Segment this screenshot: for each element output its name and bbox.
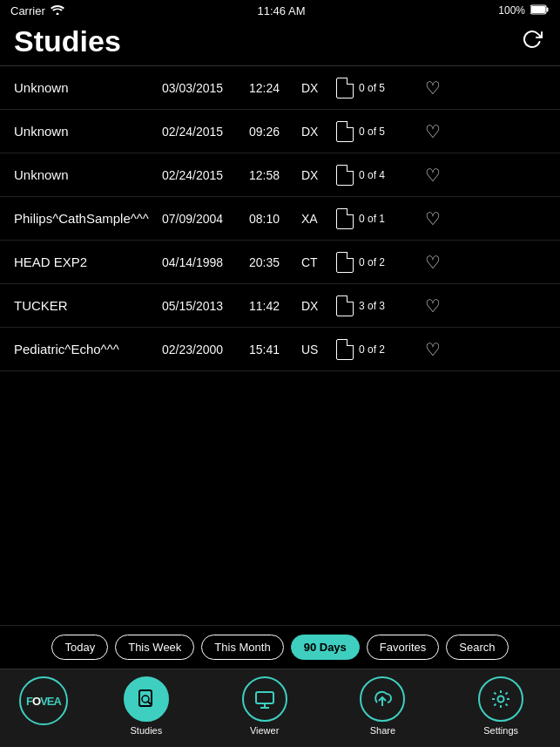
table-row[interactable]: Philips^CathSample^^^ 07/09/2004 08:10 X… (0, 197, 560, 241)
file-count: 0 of 1 (359, 213, 385, 225)
study-time: 11:42 (249, 299, 301, 313)
svg-line-6 (148, 702, 151, 704)
study-type: DX (301, 81, 336, 95)
study-type: US (301, 343, 336, 357)
study-name: TUCKER (14, 298, 162, 313)
study-date: 03/03/2015 (162, 81, 249, 95)
svg-point-5 (142, 696, 149, 703)
file-icon (336, 295, 354, 316)
file-icon (336, 165, 354, 186)
svg-rect-3 (531, 6, 545, 13)
svg-rect-2 (547, 7, 549, 11)
tab-bar: FOVEA Studies Viewer Share Settings (0, 669, 560, 747)
study-time: 12:58 (249, 168, 301, 182)
study-name: Unknown (14, 80, 162, 95)
filter-bar: TodayThis WeekThis Month90 DaysFavorites… (0, 625, 560, 669)
study-type: CT (301, 255, 336, 269)
battery-icon (530, 4, 550, 17)
favorite-col[interactable]: ♡ (415, 121, 441, 142)
tab-item-share[interactable]: Share (324, 676, 442, 736)
tab-item-viewer[interactable]: Viewer (206, 676, 324, 736)
favorite-col[interactable]: ♡ (415, 208, 441, 229)
file-count: 3 of 3 (359, 300, 385, 312)
study-name: Unknown (14, 124, 162, 139)
study-date: 02/24/2015 (162, 168, 249, 182)
study-type: DX (301, 125, 336, 139)
study-time: 15:41 (249, 343, 301, 357)
study-name: HEAD EXP2 (14, 255, 162, 269)
study-name: Unknown (14, 167, 162, 182)
tab-icon-share (360, 676, 405, 722)
study-files: 0 of 1 (336, 208, 415, 229)
time-label: 11:46 AM (258, 4, 306, 17)
svg-point-10 (498, 696, 504, 703)
tab-icon-settings (478, 676, 523, 722)
filter-btn-90-days[interactable]: 90 Days (291, 635, 360, 660)
battery-label: 100% (498, 4, 525, 17)
heart-icon[interactable]: ♡ (425, 208, 441, 229)
file-count: 0 of 2 (359, 343, 385, 356)
favorite-col[interactable]: ♡ (415, 78, 441, 98)
favorite-col[interactable]: ♡ (415, 339, 441, 360)
filter-btn-this-month[interactable]: This Month (201, 635, 283, 660)
tab-item-studies[interactable]: Studies (87, 676, 206, 736)
table-row[interactable]: Pediatric^Echo^^^ 02/23/2000 15:41 US 0 … (0, 328, 560, 371)
file-count: 0 of 4 (359, 169, 385, 181)
favorite-col[interactable]: ♡ (415, 165, 441, 186)
study-files: 0 of 5 (336, 121, 415, 142)
filter-btn-favorites[interactable]: Favorites (367, 635, 439, 660)
study-date: 02/23/2000 (162, 343, 249, 357)
file-icon (336, 252, 354, 273)
heart-icon[interactable]: ♡ (425, 295, 441, 316)
study-date: 04/14/1998 (162, 255, 249, 269)
study-files: 0 of 2 (336, 339, 415, 360)
tab-item-settings[interactable]: Settings (442, 676, 560, 736)
header: Studies (0, 21, 560, 65)
carrier-label: Carrier (10, 4, 45, 17)
svg-point-0 (56, 12, 58, 15)
filter-btn-search[interactable]: Search (446, 635, 508, 660)
study-files: 0 of 2 (336, 252, 415, 273)
table-row[interactable]: Unknown 02/24/2015 09:26 DX 0 of 5 ♡ (0, 110, 560, 153)
file-icon (336, 121, 354, 142)
file-count: 0 of 2 (359, 256, 385, 268)
tab-label-viewer: Viewer (250, 725, 279, 736)
logo-area: FOVEA (0, 676, 87, 725)
heart-icon[interactable]: ♡ (425, 165, 441, 186)
refresh-button[interactable] (518, 25, 546, 58)
table-row[interactable]: Unknown 02/24/2015 12:58 DX 0 of 4 ♡ (0, 153, 560, 197)
file-icon (336, 208, 354, 229)
status-right: 100% (498, 4, 550, 17)
heart-icon[interactable]: ♡ (425, 78, 441, 98)
study-date: 02/24/2015 (162, 125, 249, 139)
file-icon (336, 78, 354, 98)
tab-label-settings: Settings (483, 725, 518, 736)
favorite-col[interactable]: ♡ (415, 295, 441, 316)
heart-icon[interactable]: ♡ (425, 252, 441, 273)
study-time: 09:26 (249, 125, 301, 139)
table-row[interactable]: HEAD EXP2 04/14/1998 20:35 CT 0 of 2 ♡ (0, 241, 560, 284)
file-count: 0 of 5 (359, 126, 385, 138)
filter-btn-this-week[interactable]: This Week (115, 635, 194, 660)
study-type: XA (301, 212, 336, 226)
study-name: Philips^CathSample^^^ (14, 211, 162, 226)
table-row[interactable]: TUCKER 05/15/2013 11:42 DX 3 of 3 ♡ (0, 284, 560, 328)
study-time: 12:24 (249, 81, 301, 95)
heart-icon[interactable]: ♡ (425, 339, 441, 360)
studies-table: Unknown 03/03/2015 12:24 DX 0 of 5 ♡ Unk… (0, 65, 560, 371)
study-files: 0 of 5 (336, 78, 415, 98)
filter-btn-today[interactable]: Today (51, 635, 108, 660)
study-date: 05/15/2013 (162, 299, 249, 313)
study-files: 0 of 4 (336, 165, 415, 186)
study-time: 20:35 (249, 255, 301, 269)
tab-label-studies: Studies (131, 725, 163, 736)
favorite-col[interactable]: ♡ (415, 252, 441, 273)
logo: FOVEA (19, 676, 68, 725)
file-icon (336, 339, 354, 360)
study-type: DX (301, 299, 336, 313)
heart-icon[interactable]: ♡ (425, 121, 441, 142)
table-row[interactable]: Unknown 03/03/2015 12:24 DX 0 of 5 ♡ (0, 66, 560, 110)
study-date: 07/09/2004 (162, 212, 249, 226)
tab-label-share: Share (370, 725, 395, 736)
wifi-icon (51, 4, 64, 17)
